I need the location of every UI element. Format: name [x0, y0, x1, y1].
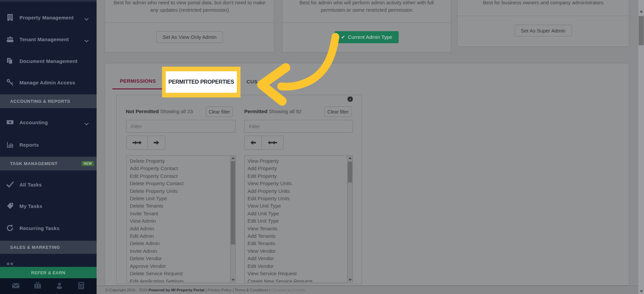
- chevron-down-icon: [85, 16, 89, 19]
- list-item[interactable]: Edit Property: [248, 172, 347, 180]
- refresh-icon: [6, 224, 14, 232]
- tab-permissions[interactable]: PERMISSIONS: [112, 78, 163, 89]
- tab-custom-partial[interactable]: CUS: [247, 79, 258, 84]
- sidebar-item-document-management[interactable]: Document Management: [0, 52, 97, 70]
- permitted-list[interactable]: View PropertyAdd PropertyEdit PropertyVi…: [244, 155, 353, 283]
- list-item[interactable]: Edit Unit Type: [248, 217, 347, 225]
- sidebar-item-label: Recurring Tasks: [19, 225, 59, 231]
- annotation-highlight-box: PERMITTED PROPERTIES: [162, 67, 240, 97]
- filter-input-right[interactable]: [244, 120, 353, 133]
- move-left-button[interactable]: [244, 136, 262, 150]
- list-item[interactable]: View Property Units: [248, 180, 347, 187]
- list-item[interactable]: Edit Property Contact: [130, 172, 230, 180]
- sidebar-section-accounting-reports: ACCOUNTING & REPORTS: [0, 94, 97, 108]
- scroll-down-arrow[interactable]: [347, 278, 353, 282]
- sidebar-item-recurring-tasks[interactable]: Recurring Tasks: [0, 219, 97, 237]
- sidebar-item-tenant-management[interactable]: Tenant Management: [0, 30, 97, 48]
- terms-conditions-link[interactable]: Terms & Conditions: [235, 288, 268, 292]
- not-permitted-list[interactable]: Delete PropertyAdd Property ContactEdit …: [126, 155, 236, 283]
- person-icon[interactable]: [55, 281, 64, 291]
- sidebar-section-task-management: TASK MANAGEMENT NEW: [0, 157, 97, 170]
- list-item[interactable]: Delete Service Request: [130, 270, 230, 277]
- button-label: Current Admin Type: [348, 34, 392, 40]
- money-icon: [6, 118, 14, 126]
- list-item[interactable]: Edit Application Settings: [130, 278, 230, 283]
- scroll-up-arrow[interactable]: [230, 156, 235, 160]
- arrow-left-icon: [250, 140, 256, 145]
- list-item[interactable]: Approve Vendor: [130, 263, 230, 270]
- list-item[interactable]: Edit Property Units: [248, 195, 347, 202]
- envelope-icon[interactable]: [11, 281, 20, 291]
- sidebar-item-accounting[interactable]: Accounting: [0, 114, 97, 131]
- sidebar-item-my-tasks[interactable]: My Tasks: [0, 197, 97, 215]
- list-item[interactable]: Edit Tenants: [248, 240, 347, 247]
- set-super-admin-button[interactable]: Set As Super Admin: [515, 25, 572, 36]
- scroll-up-arrow[interactable]: [347, 156, 353, 160]
- list-item[interactable]: View Admin: [130, 217, 230, 225]
- list-item[interactable]: View Unit Type: [248, 202, 347, 210]
- scroll-down-arrow[interactable]: [638, 288, 644, 294]
- list-item[interactable]: Add Property Contact: [130, 165, 230, 172]
- sidebar-item-property-management[interactable]: Property Management: [0, 9, 97, 26]
- separator: |: [268, 288, 271, 292]
- list-item[interactable]: Delete Property Contact: [130, 180, 230, 187]
- sidebar-item-reports[interactable]: Reports: [0, 136, 97, 153]
- card-divider: [282, 22, 451, 23]
- sidebar-item-all-tasks[interactable]: All Tasks: [0, 176, 97, 193]
- briefcase-icon[interactable]: [33, 281, 42, 291]
- sidebar-item-manage-admin-access[interactable]: Manage Admin Access: [0, 74, 97, 91]
- list-item[interactable]: Invite Admin: [130, 247, 230, 255]
- page-scrollbar[interactable]: [638, 0, 644, 294]
- list-scrollbar[interactable]: [347, 156, 353, 282]
- sidebar-item-label: Manage Admin Access: [19, 80, 75, 85]
- not-permitted-header: Not Permitted Showing all 23: [126, 108, 193, 114]
- list-item[interactable]: Edit Vendor: [248, 263, 347, 270]
- set-view-only-admin-button[interactable]: Set As View Only Admin: [156, 31, 223, 43]
- check-icon: ✔: [341, 34, 345, 40]
- list-item[interactable]: Add Property: [248, 165, 347, 172]
- scrollbar-thumb[interactable]: [639, 16, 644, 45]
- list-item[interactable]: Edit Admin: [130, 232, 230, 240]
- list-item[interactable]: Add Admin: [130, 225, 230, 232]
- list-item[interactable]: Delete Unit Type: [130, 195, 230, 202]
- list-item[interactable]: View Vendor: [248, 247, 347, 255]
- filter-input-left[interactable]: [126, 120, 235, 133]
- list-item[interactable]: Add Tenants: [248, 232, 347, 240]
- refer-earn-button[interactable]: REFER & EARN: [0, 267, 97, 278]
- scroll-up-arrow[interactable]: [638, 8, 644, 14]
- list-item[interactable]: Delete Tenants: [130, 202, 230, 210]
- list-item[interactable]: Delete Vendor: [130, 255, 230, 262]
- privacy-policy-link[interactable]: Privacy Policy: [208, 288, 232, 292]
- documents-icon: [6, 57, 14, 65]
- move-all-left-button[interactable]: [261, 136, 283, 150]
- list-item[interactable]: Delete Property Units: [130, 188, 230, 195]
- clear-filter-button-left[interactable]: Clear filter: [206, 106, 233, 117]
- scrollbar-thumb[interactable]: [231, 161, 235, 244]
- move-right-button[interactable]: [148, 136, 165, 150]
- list-item[interactable]: Create New Service Request: [248, 278, 347, 283]
- list-item[interactable]: Delete Admin: [130, 240, 230, 247]
- list-item[interactable]: Add Vendor: [248, 255, 347, 262]
- list-item[interactable]: Delete Property: [130, 157, 230, 165]
- current-admin-type-button[interactable]: ✔Current Admin Type: [335, 31, 399, 43]
- sidebar-item-label: All Tasks: [19, 182, 42, 188]
- list-scrollbar[interactable]: [230, 156, 235, 282]
- calculator-icon[interactable]: [77, 281, 86, 291]
- sidebar-item-label: Reports: [19, 142, 39, 148]
- info-icon[interactable]: i: [347, 96, 353, 102]
- sidebar: Property Management Tenant Management Do…: [0, 0, 97, 294]
- list-item[interactable]: View Tenants: [248, 225, 347, 232]
- scroll-down-arrow[interactable]: [230, 278, 235, 282]
- clear-filter-button-right[interactable]: Clear filter: [324, 106, 352, 117]
- list-item[interactable]: View Service Request: [248, 270, 347, 277]
- list-item[interactable]: Add Property Units: [248, 188, 347, 195]
- arrow-left-icon: [272, 140, 277, 145]
- partial-menu-icon: [7, 261, 15, 264]
- tab-permitted-properties[interactable]: PERMITTED PROPERTIES: [166, 71, 237, 93]
- list-item[interactable]: Invite Tenant: [130, 210, 230, 217]
- list-item[interactable]: Add Unit Type: [248, 210, 347, 217]
- building-icon: [6, 13, 14, 21]
- list-item[interactable]: View Property: [248, 157, 347, 165]
- move-all-right-button[interactable]: [126, 136, 148, 150]
- scrollbar-thumb[interactable]: [348, 162, 352, 182]
